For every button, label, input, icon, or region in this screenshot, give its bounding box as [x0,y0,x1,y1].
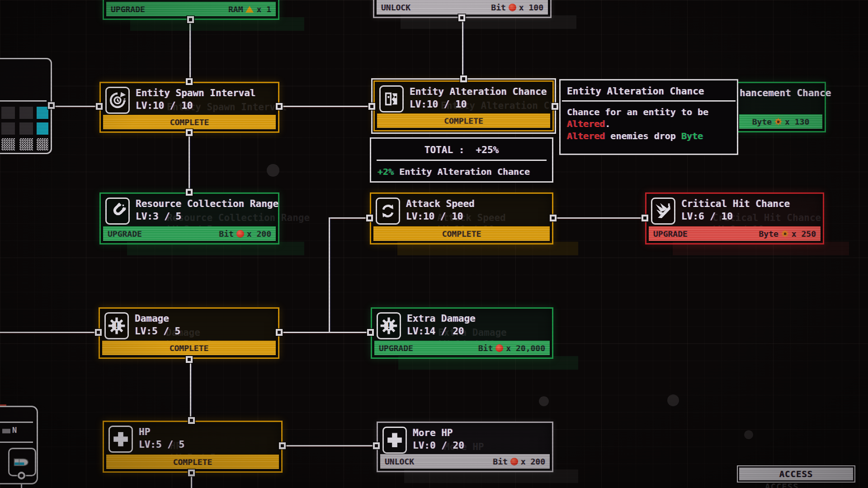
node-connector [186,129,193,136]
panel-cell [19,122,33,135]
node-level: LV:0 / 20 [413,440,464,451]
tooltip-title: Entity Alteration Chance [561,80,737,100]
bit-currency-icon [510,458,518,465]
upgrade-bar[interactable]: Byte x 130 [739,114,822,129]
upgrade-bar[interactable]: UPGRADE Byte x 250 [649,226,821,241]
panel-cell [19,107,33,119]
hp-cross-icon [382,427,407,454]
node-connector [458,14,465,21]
panel-cell-static [37,138,48,150]
skill-node-hp[interactable]: HPLV:5 / 5 HP LV:5 / 5 COMPLETE [103,421,283,473]
skill-node-critical-hit-chance[interactable]: Critical Hit ChanceLV:6 / 10 Critical Hi… [645,192,824,244]
node-level: LV:10 / 10 [406,211,475,222]
skill-node-more-hp[interactable]: More HPLV:0 / 20 More HP LV:0 / 20 UNLOC… [377,422,553,472]
connector-line [189,20,191,82]
node-connector-ring [18,472,25,479]
node-title: Attack Speed [406,198,475,209]
skill-node-damage[interactable]: DamageLV:5 / 5 ! Damage LV:5 / 5 COMPLET… [99,307,279,359]
bonus-line: +2% Entity Alteration Chance [371,161,552,183]
node-connector [279,442,286,449]
magnet-icon [105,197,130,225]
byte-currency-icon [774,118,782,126]
damage-gear-icon: ! [377,312,401,339]
node-connector [460,75,467,82]
decor-dot [267,164,279,177]
connector-line [52,106,99,107]
ram-currency-icon [245,6,254,13]
bullet-icon [12,457,32,467]
node-title: Entity Spawn Interval [136,88,256,99]
label-fragment: N [12,426,17,435]
node-title: hancement Chance [740,88,831,99]
skill-node-attack-speed[interactable]: Attack SpeedLV:10 / 10 Attack Speed LV:1… [370,192,553,244]
node-connector [552,103,558,110]
node-level: LV:5 / 5 [139,439,184,450]
node-title: HP [139,427,184,437]
node-level: LV:14 / 20 [407,326,476,337]
panel-cell [1,107,15,119]
connector-line [329,217,330,333]
connector-line [279,106,372,107]
node-title: Critical Hit Chance [681,198,790,209]
byte-currency-icon [781,230,789,238]
panel-cell-static [19,138,33,150]
attack-speed-cycle-icon [376,197,400,225]
connector-line [462,18,463,79]
tooltip-panel: Entity Alteration Chance Chance for an e… [559,79,738,155]
connector-line [283,445,377,446]
node-level: LV:5 / 5 [135,326,180,337]
bit-currency-icon [509,4,516,11]
node-level: LV:3 / 5 [136,211,278,222]
node-connector [186,189,193,196]
node-title: Resource Collection Range [136,198,278,209]
svg-text:!: ! [114,320,119,331]
unlock-bar[interactable]: UNLOCK Bit x 100 [377,0,548,14]
total-value: TOTAL : +25% [371,139,552,160]
skill-node-entity-alteration-chance[interactable]: Entity Alteration ChanceLV:10 / 10 Entit… [373,80,554,131]
node-level: LV:10 / 10 [410,99,547,110]
complete-bar: COMPLETE [106,455,279,469]
node-connector [186,78,193,85]
label-fragment-bar [2,429,10,433]
node-connector [48,102,55,109]
left-device-panel [0,58,52,154]
access-button-label: ACCESS [739,468,853,480]
node-connector [95,329,102,336]
panel-cell [1,122,15,135]
node-connector [550,215,557,221]
timer-icon [105,87,130,114]
node-level: LV:6 / 10 [681,211,790,222]
complete-bar: COMPLETE [103,115,276,129]
complete-bar: COMPLETE [377,113,550,128]
tooltip-description: Chance for an entity to be Altered. Alte… [561,102,737,146]
upgrade-bar[interactable]: UPGRADE RAM x 1 [106,2,276,16]
connector-line [0,332,99,333]
skill-node-resource-collection-range[interactable]: Resource Collection RangeLV:3 / 5 Resour… [99,192,279,244]
node-connector [367,329,374,336]
decor-dot [744,430,753,439]
skill-tree-canvas[interactable]: UPGRADE RAM x 1 UNLOCK Bit x 100 Entity … [0,0,868,488]
skill-node-extra-damage[interactable]: Extra DamageLV:14 / 20 ! Extra Damage LV… [371,307,553,359]
node-connector [366,215,373,221]
decor-dot [539,396,549,406]
node-connector [188,417,195,424]
upgrade-bar[interactable]: UPGRADE Bit x 200 [103,226,276,241]
upgrade-bar[interactable]: UPGRADE Bit x 20,000 [374,341,550,355]
node-title: Entity Alteration Chance [410,86,547,97]
complete-bar: COMPLETE [373,226,550,241]
node-connector [276,329,283,336]
unlock-bar[interactable]: UNLOCK Bit x 200 [380,454,550,469]
svg-text:!: ! [386,320,392,331]
access-ghost-text: ACCESS [765,482,799,488]
access-button[interactable]: ACCESS [737,465,855,483]
node-connector [186,356,193,363]
critical-slash-icon [651,197,675,225]
skill-node-entity-spawn-interval[interactable]: Entity Spawn IntervalLV:10 / 10 Entity S… [99,82,279,133]
node-connector [373,442,380,449]
skill-node-enhancement-chance[interactable]: hancement Chance Byte x 130 [737,82,826,132]
node-title: Extra Damage [407,313,476,324]
complete-bar: COMPLETE [102,341,276,355]
connector-line [189,133,190,192]
connector-line [279,332,371,333]
hp-cross-icon [108,426,133,453]
